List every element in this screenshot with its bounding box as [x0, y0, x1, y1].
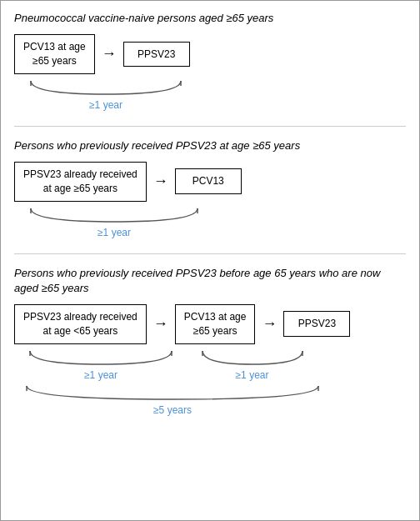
- section1-brace: ≥1 year: [14, 79, 198, 111]
- section3-title: Persons who previously received PPSV23 b…: [14, 266, 406, 296]
- section3-box2: PCV13 at age≥65 years: [175, 304, 256, 344]
- section2: Persons who previously received PPSV23 a…: [14, 138, 406, 238]
- section1-title: Pneumococcal vaccine-naive persons aged …: [14, 11, 406, 26]
- section3-brace3-svg: [18, 384, 327, 403]
- section3-brace2-svg: [194, 349, 311, 368]
- section1-flow: PCV13 at age≥65 years → PPSV23: [14, 34, 406, 74]
- section1-brace-label: ≥1 year: [89, 99, 122, 111]
- section3-box3: PPSV23: [283, 311, 350, 337]
- divider2: [14, 253, 406, 254]
- section3-brace1-svg: [22, 349, 180, 368]
- section3-brace1: ≥1 year: [18, 349, 184, 381]
- section2-brace-label: ≥1 year: [98, 227, 131, 238]
- section3: Persons who previously received PPSV23 b…: [14, 266, 406, 416]
- section2-box2: PCV13: [175, 168, 242, 194]
- section2-arrow: →: [153, 173, 168, 190]
- section2-flow: PPSV23 already receivedat age ≥65 years …: [14, 162, 406, 202]
- section1-box2: PPSV23: [123, 42, 190, 68]
- section3-brace1-label: ≥1 year: [84, 369, 118, 381]
- section3-brace2-label: ≥1 year: [236, 369, 269, 381]
- section3-top-braces: ≥1 year ≥1 year: [18, 349, 406, 381]
- section2-title: Persons who previously received PPSV23 a…: [14, 138, 406, 153]
- section2-brace: ≥1 year: [14, 207, 214, 238]
- section3-brace3-label: ≥5 years: [153, 404, 192, 416]
- section3-brace3: ≥5 years: [14, 384, 331, 416]
- section2-box1: PPSV23 already receivedat age ≥65 years: [14, 162, 147, 202]
- section2-brace-svg: [22, 207, 206, 225]
- section3-box1: PPSV23 already receivedat age <65 years: [14, 304, 147, 344]
- section3-flow: PPSV23 already receivedat age <65 years …: [14, 304, 406, 344]
- divider1: [14, 126, 406, 127]
- section1-arrow: →: [102, 45, 117, 63]
- section3-braces: ≥1 year ≥1 year ≥5 years: [14, 349, 406, 416]
- section3-arrow1: →: [153, 315, 168, 333]
- section1-box1: PCV13 at age≥65 years: [14, 34, 95, 74]
- section1: Pneumococcal vaccine-naive persons aged …: [14, 11, 406, 111]
- section1-brace-svg: [22, 79, 189, 98]
- section3-arrow2: →: [262, 315, 277, 333]
- section3-brace2: ≥1 year: [188, 349, 317, 381]
